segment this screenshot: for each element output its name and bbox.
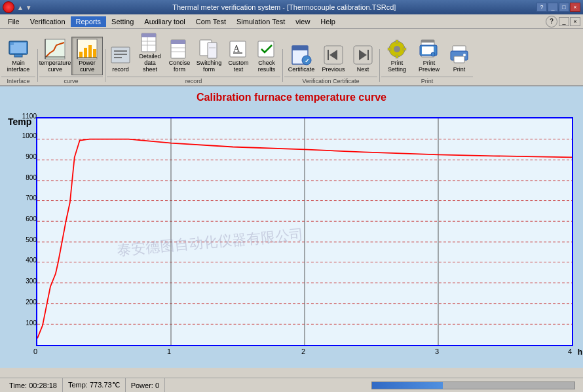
svg-text:✓: ✓ bbox=[305, 58, 310, 64]
menu-item-view[interactable]: view bbox=[290, 16, 315, 27]
inner-close-btn[interactable]: × bbox=[570, 17, 580, 26]
menu-item-help[interactable]: Help bbox=[315, 16, 341, 27]
menu-item-verification[interactable]: Verification bbox=[25, 16, 71, 27]
monitor-icon bbox=[8, 39, 29, 60]
svg-rect-33 bbox=[258, 41, 274, 57]
next-icon bbox=[352, 45, 373, 65]
inner-minimize-btn[interactable]: _ bbox=[559, 17, 569, 26]
curve-group-label: curve bbox=[39, 77, 103, 85]
svg-rect-57 bbox=[454, 56, 464, 63]
svg-text:A: A bbox=[233, 44, 240, 54]
detailed-sheet-icon bbox=[140, 32, 160, 53]
menu-item-comtest[interactable]: Com Test bbox=[191, 16, 231, 27]
minimize-btn[interactable]: _ bbox=[548, 3, 558, 12]
next-btn[interactable]: Next bbox=[348, 43, 377, 75]
temp-curve-icon bbox=[45, 39, 66, 60]
check-results-icon bbox=[256, 39, 277, 60]
chart-svg: 泰安德图自动化仪器有限公司 bbox=[36, 117, 573, 346]
toolbar-group-certificate: ✓ Certificate Previous bbox=[284, 43, 377, 85]
temperature-curve-btn[interactable]: temperaturecurve bbox=[39, 37, 71, 75]
print-setting-btn[interactable]: PrintSetting bbox=[381, 37, 413, 75]
previous-btn[interactable]: Previous bbox=[319, 43, 348, 75]
toolbar-group-interface: Main interface Interface bbox=[1, 37, 35, 85]
chart-title: Calibration furnace temperature curve bbox=[7, 92, 576, 103]
power-curve-icon bbox=[77, 39, 98, 60]
menu-item-reports[interactable]: Reports bbox=[71, 16, 107, 27]
power-curve-btn[interactable]: Powercurve bbox=[71, 37, 103, 75]
menu-item-auxiliary[interactable]: Auxiliary tool bbox=[139, 16, 190, 27]
custom-text-icon: A bbox=[228, 39, 249, 60]
status-time: Time: 00:28:18 bbox=[4, 378, 63, 392]
toolbar: Main interface Interface bbox=[0, 29, 583, 86]
svg-rect-47 bbox=[396, 55, 398, 58]
menu-item-setting[interactable]: Setting bbox=[106, 16, 139, 27]
x-tick-1: 1 bbox=[167, 347, 171, 355]
certificate-btn[interactable]: ✓ Certificate bbox=[284, 43, 318, 75]
y-tick-700: 700 bbox=[26, 194, 37, 202]
record-btn[interactable]: record bbox=[107, 30, 134, 75]
window-controls: ? _ □ × bbox=[536, 3, 580, 12]
x-tick-2: 2 bbox=[301, 347, 305, 355]
print-btn[interactable]: Print bbox=[445, 37, 473, 75]
svg-rect-9 bbox=[84, 48, 87, 58]
custom-text-btn[interactable]: A Customtext bbox=[225, 30, 252, 75]
svg-rect-8 bbox=[79, 52, 83, 58]
help-icon-btn[interactable]: ? bbox=[546, 16, 557, 27]
status-power: Power: 0 bbox=[126, 378, 165, 392]
status-bar: Time: 00:28:18 Temp: 773.73℃ Power: 0 bbox=[0, 378, 583, 392]
print-icon bbox=[449, 45, 470, 65]
chart-container: Calibration furnace temperature curve Te… bbox=[0, 86, 583, 368]
svg-rect-48 bbox=[388, 48, 391, 50]
toolbar-group-record: record Detaileddata sheet bbox=[107, 30, 280, 85]
interface-group-label: Interface bbox=[1, 77, 35, 85]
check-results-btn[interactable]: Checkresults bbox=[253, 30, 280, 75]
print-preview-icon bbox=[419, 39, 440, 60]
print-setting-icon bbox=[386, 39, 407, 60]
menu-item-file[interactable]: File bbox=[3, 16, 25, 27]
progress-bar bbox=[371, 382, 575, 389]
y-tick-900: 900 bbox=[26, 153, 37, 160]
y-tick-1100: 1100 bbox=[22, 113, 37, 120]
svg-rect-19 bbox=[141, 33, 156, 37]
switching-form-icon bbox=[198, 39, 219, 60]
chart-inner: 泰安德图自动化仪器有限公司 0 1 2 3 4 h bbox=[36, 117, 576, 347]
concise-form-icon bbox=[169, 39, 190, 60]
y-tick-400: 400 bbox=[26, 257, 37, 264]
certificate-group-label: Verification Certificate bbox=[284, 77, 377, 85]
print-preview-btn[interactable]: PrintPreview bbox=[413, 37, 445, 75]
help-win-btn[interactable]: ? bbox=[536, 3, 547, 12]
y-tick-500: 500 bbox=[26, 236, 37, 243]
x-axis-label: h bbox=[578, 347, 582, 357]
toolbar-group-curve: temperaturecurve Po bbox=[39, 37, 103, 85]
window-title: Thermal meter verification system - [The… bbox=[172, 3, 396, 11]
certificate-icon: ✓ bbox=[291, 45, 312, 65]
svg-rect-46 bbox=[396, 40, 398, 43]
y-tick-800: 800 bbox=[26, 174, 37, 181]
svg-rect-10 bbox=[88, 45, 92, 58]
close-btn[interactable]: × bbox=[570, 3, 580, 12]
svg-point-58 bbox=[463, 54, 466, 56]
main-interface-btn[interactable]: Main interface bbox=[1, 37, 35, 75]
app-logo bbox=[3, 1, 14, 13]
svg-rect-28 bbox=[208, 43, 217, 58]
svg-point-45 bbox=[394, 46, 400, 52]
svg-rect-51 bbox=[421, 40, 434, 43]
switching-form-btn[interactable]: Switchingform bbox=[194, 30, 224, 75]
x-tick-3: 3 bbox=[435, 347, 439, 355]
record-group-label: record bbox=[107, 77, 280, 85]
y-tick-100: 100 bbox=[26, 319, 37, 327]
x-tick-4: 4 bbox=[568, 347, 572, 355]
menu-item-simulation[interactable]: Simulation Test bbox=[231, 16, 290, 27]
progress-fill bbox=[372, 382, 443, 389]
y-tick-300: 300 bbox=[26, 277, 37, 285]
title-bar: ▲ ▼ Thermal meter verification system - … bbox=[0, 0, 583, 14]
restore-btn[interactable]: □ bbox=[559, 3, 569, 12]
print-group-label: Print bbox=[381, 77, 473, 85]
concise-form-btn[interactable]: Conciseform bbox=[166, 30, 193, 75]
y-tick-1000: 1000 bbox=[22, 132, 37, 139]
status-temp: Temp: 773.73℃ bbox=[63, 378, 126, 392]
detailed-data-sheet-btn[interactable]: Detaileddata sheet bbox=[135, 30, 165, 75]
toolbar-group-print: PrintSetting PrintPreview bbox=[381, 37, 473, 85]
svg-rect-35 bbox=[292, 46, 308, 50]
svg-point-54 bbox=[431, 52, 435, 56]
